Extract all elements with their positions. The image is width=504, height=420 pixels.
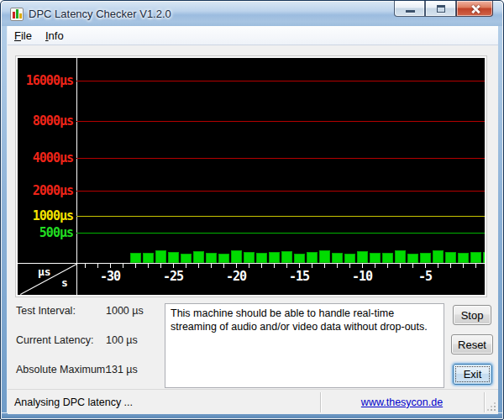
menu-item-file[interactable]: File [8,27,39,45]
close-icon [470,4,480,14]
maximize-icon [437,5,445,13]
latency-bar [218,254,229,263]
x-axis-tick [274,264,275,268]
latency-bar [256,253,267,263]
latency-bar [130,253,141,263]
x-axis-tick [362,264,363,268]
gridline-4000 [76,158,485,159]
y-axis-line [76,58,77,295]
y-unit-label: µs [38,265,51,278]
x-axis-tick-label: -20 [219,269,253,284]
minimize-icon [406,10,415,13]
absolute-maximum-value: 131 µs [106,364,138,375]
latency-bar [307,252,318,263]
window-title: DPC Latency Checker V1.2.0 [29,8,171,20]
current-latency-label: Current Latency: [16,334,93,346]
x-axis-tick [400,264,401,268]
latency-bar [206,253,217,263]
latency-bar [344,254,355,263]
app-bar-chart-icon [10,8,24,21]
status-text: Analysing DPC latency ... [14,396,133,408]
latency-chart-panel: µs s 16000µs8000µs4000µs2000µs1000µs500µ… [16,56,486,297]
x-axis-tick-label: -25 [156,269,190,284]
latency-bar [269,252,280,263]
test-interval-label: Test Interval: [16,305,76,317]
latency-bar [433,250,444,263]
y-axis-label-4000: 4000µs [18,150,73,165]
maximize-button[interactable] [425,1,456,17]
x-axis-tick [173,264,174,268]
test-interval-value: 1000 µs [106,305,144,317]
gridline-1000 [76,216,485,217]
thesycon-link-pane: www.thesycon.de [320,396,484,408]
close-button[interactable] [456,1,493,17]
gridline-8000 [76,121,485,122]
x-axis-tick [337,264,338,268]
y-axis-label-1000: 1000µs [18,208,73,223]
latency-bar [231,250,242,263]
x-axis-tick [211,264,212,268]
gridline-2000 [76,191,485,192]
latency-bar [370,253,381,263]
latency-bar [193,251,204,263]
latency-bar [420,253,431,263]
y-axis-label-500: 500µs [18,225,73,240]
latency-bar [357,251,368,263]
x-axis-tick [324,264,325,268]
latency-bar [458,253,469,263]
x-axis-tick [97,264,98,268]
x-axis-tick [223,264,224,268]
y-axis-label-16000: 16000µs [18,73,73,88]
latency-bar [395,250,406,263]
x-axis-tick [236,264,237,268]
statusbar: Analysing DPC latency ... www.thesycon.d… [8,389,498,414]
x-axis-tick [85,264,86,268]
x-unit-label: s [61,276,68,289]
gridline-500 [76,233,485,234]
latency-bar [294,254,305,263]
latency-bar [332,253,343,263]
x-axis-tick [123,264,123,268]
resize-grip[interactable] [494,409,496,411]
reset-button[interactable]: Reset [451,334,493,354]
latency-bar [181,254,192,263]
x-axis-tick [349,264,350,268]
latency-bar [483,252,485,263]
x-axis-tick [110,264,111,268]
x-axis-tick [261,264,262,268]
latency-bar [407,254,418,263]
x-axis-line [18,263,485,264]
latency-bar [445,252,456,263]
latency-bar [244,252,255,263]
menu-item-info[interactable]: Info [39,27,71,45]
x-axis-tick [475,264,476,268]
latency-bar [168,252,179,263]
minimize-button[interactable] [394,1,425,17]
statusbar-separator [484,392,485,412]
latency-bar [143,253,154,263]
stop-button[interactable]: Stop [453,305,491,325]
latency-bar [470,252,481,263]
x-axis-tick [135,264,136,268]
current-latency-value: 100 µs [106,334,138,346]
caption-buttons [394,1,493,18]
latency-chart: µs s 16000µs8000µs4000µs2000µs1000µs500µ… [18,58,485,295]
x-axis-tick [186,264,186,268]
x-axis-tick [425,264,426,268]
x-axis-tick-label: -15 [282,269,316,284]
thesycon-link[interactable]: www.thesycon.de [361,396,443,408]
latency-bar [155,250,166,263]
x-axis-tick [387,264,388,268]
window-frame-left [2,26,8,414]
result-textbox[interactable]: This machine should be able to handle re… [165,303,444,388]
x-axis-tick-label: -5 [408,269,442,284]
latency-bar [281,251,292,263]
absolute-maximum-label: Absolute Maximum: [16,364,108,375]
x-axis-tick [198,264,199,268]
exit-button[interactable]: Exit [453,364,492,385]
x-axis-tick [312,264,312,268]
client-area: µs s 16000µs8000µs4000µs2000µs1000µs500µ… [8,45,498,414]
menubar: File Info [8,26,498,45]
app-window: DPC Latency Checker V1.2.0 File Info µs … [0,0,504,420]
latency-bar [382,253,393,263]
